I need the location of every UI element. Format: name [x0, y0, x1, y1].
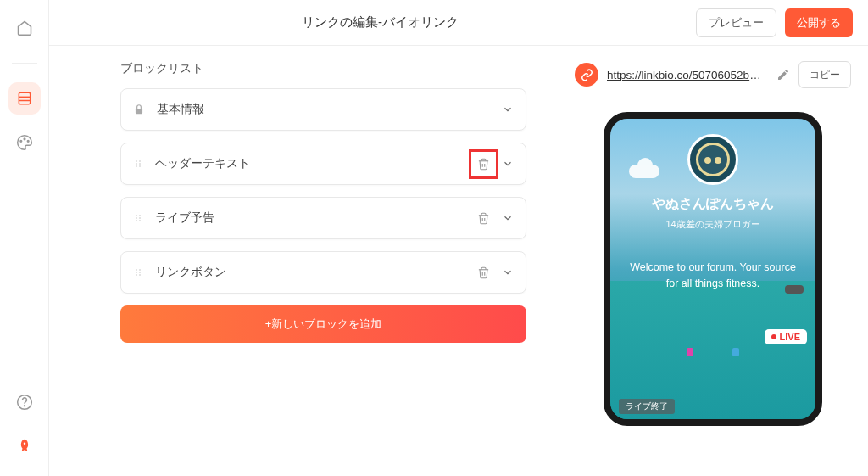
- block-label: ヘッダーテキスト: [155, 156, 474, 171]
- svg-rect-0: [19, 92, 30, 104]
- svg-point-20: [139, 217, 141, 219]
- blocks-icon[interactable]: [8, 82, 41, 115]
- drag-handle-icon[interactable]: [133, 159, 143, 169]
- chevron-down-icon[interactable]: [502, 104, 514, 115]
- chevron-down-icon[interactable]: [502, 158, 514, 170]
- home-icon[interactable]: [8, 12, 41, 44]
- svg-point-26: [139, 272, 141, 273]
- help-icon[interactable]: [8, 386, 41, 418]
- svg-point-5: [27, 141, 29, 143]
- svg-point-10: [136, 160, 137, 162]
- drag-handle-icon[interactable]: [133, 213, 143, 223]
- theme-icon[interactable]: [8, 126, 41, 159]
- add-block-button[interactable]: +新しいブロックを追加: [120, 305, 526, 343]
- link-icon: [575, 63, 598, 87]
- rocket-icon[interactable]: [8, 430, 41, 462]
- svg-point-22: [136, 269, 137, 271]
- pencil-icon[interactable]: [776, 68, 790, 81]
- divider: [12, 367, 37, 367]
- svg-point-4: [24, 138, 25, 140]
- welcome-text: Welcome to our forum. Your source for al…: [610, 260, 815, 292]
- svg-point-12: [136, 165, 137, 167]
- topbar: リンクの編集-バイオリンク プレビュー 公開する: [49, 0, 868, 46]
- svg-point-14: [139, 163, 141, 165]
- block-label: ライブ予告: [155, 210, 474, 226]
- profile-name: やぬさんぽんちゃん: [652, 195, 774, 213]
- svg-point-27: [139, 274, 141, 276]
- svg-point-25: [139, 269, 141, 271]
- svg-point-19: [139, 215, 141, 216]
- avatar: [687, 134, 738, 185]
- svg-point-11: [136, 163, 137, 165]
- svg-point-23: [136, 272, 137, 273]
- drag-handle-icon[interactable]: [133, 267, 143, 277]
- svg-point-15: [139, 165, 141, 167]
- profile-subtitle: 14歳差の夫婦ブロガー: [665, 218, 760, 231]
- svg-point-3: [20, 141, 22, 143]
- svg-point-24: [136, 274, 137, 276]
- svg-point-21: [139, 220, 141, 221]
- trash-icon[interactable]: [474, 154, 493, 174]
- svg-point-17: [136, 217, 137, 219]
- chevron-down-icon[interactable]: [502, 266, 514, 278]
- trash-icon[interactable]: [474, 209, 493, 228]
- divider: [12, 63, 37, 64]
- biolink-url[interactable]: https://linkbio.co/50706052bGrfn: [607, 69, 768, 81]
- preview-panel: https://linkbio.co/50706052bGrfn コピー: [559, 46, 868, 476]
- block-link-button[interactable]: リンクボタン: [120, 251, 526, 294]
- phone-preview: やぬさんぽんちゃん 14歳差の夫婦ブロガー Welcome to our for…: [604, 112, 822, 426]
- block-label: 基本情報: [157, 102, 502, 117]
- live-badge: LIVE: [765, 329, 807, 344]
- page-title: リンクの編集-バイオリンク: [64, 14, 696, 31]
- chevron-down-icon[interactable]: [502, 212, 514, 224]
- svg-point-8: [23, 442, 25, 445]
- url-row: https://linkbio.co/50706052bGrfn コピー: [575, 61, 851, 88]
- svg-point-18: [136, 220, 137, 221]
- block-basic-info[interactable]: 基本情報: [120, 88, 526, 131]
- live-end-badge: ライブ終了: [619, 399, 675, 414]
- publish-button[interactable]: 公開する: [785, 8, 853, 37]
- block-live-schedule[interactable]: ライブ予告: [120, 197, 526, 239]
- lock-icon: [133, 104, 145, 115]
- svg-point-16: [136, 215, 137, 216]
- block-list-title: ブロックリスト: [120, 61, 526, 76]
- svg-point-13: [139, 160, 141, 162]
- block-label: リンクボタン: [155, 265, 474, 280]
- block-header-text[interactable]: ヘッダーテキスト: [120, 143, 526, 185]
- trash-icon[interactable]: [474, 263, 493, 283]
- sidebar: [0, 0, 49, 476]
- main: リンクの編集-バイオリンク プレビュー 公開する ブロックリスト 基本情報: [49, 0, 868, 476]
- svg-rect-9: [136, 109, 142, 114]
- preview-button[interactable]: プレビュー: [696, 8, 776, 37]
- svg-point-7: [24, 406, 25, 406]
- copy-button[interactable]: コピー: [798, 61, 851, 88]
- block-list-panel: ブロックリスト 基本情報: [49, 46, 559, 476]
